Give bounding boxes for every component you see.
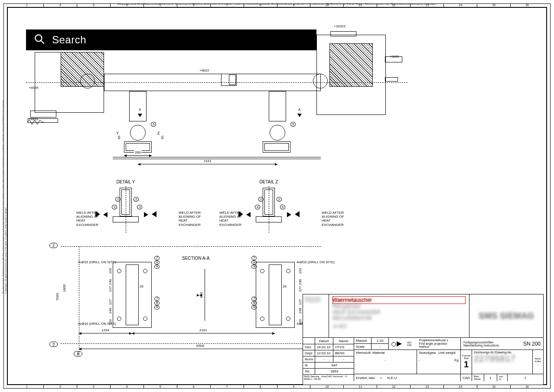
ruler-cell-9: 9 — [277, 385, 311, 389]
detail-y-note-left: WELD AFTER ALIGNING OF HEAT EXCHANGER — [76, 211, 107, 227]
dim-7000: 7000 — [55, 293, 59, 301]
ruler-cell-14: 14 — [444, 385, 477, 389]
tb-footer: SMS Siemag · AutoCAD Vordruck · V-6355-1… — [304, 375, 353, 381]
ruler-cell-2: 2 — [44, 385, 77, 389]
detail-z-note-right: WELD AFTER ALIGNING OF HEAT EXCHANGER — [322, 211, 352, 227]
hole-note-tl: 4xØ16 (DRILL ON SITE) — [78, 260, 116, 264]
detail-y-title: DETAIL Y — [78, 180, 173, 184]
hdr-name: Name — [333, 338, 354, 344]
ruler-cell-15: 15 — [477, 3, 511, 7]
title-subcode: 15-A03 — [332, 324, 466, 329]
balloon-5-l: 5 — [151, 122, 156, 127]
ruler-cell-10: 10 — [310, 385, 344, 389]
section-mark-a-left: A — [139, 108, 141, 111]
dim-81-r: 81 — [160, 135, 164, 139]
ruler-cell-5: 5 — [144, 3, 177, 7]
ruler-cell-1: 1 — [10, 3, 44, 7]
hole-note-tr: 4xØ16 (DRILL ON SITE) — [297, 260, 335, 264]
section-a-a: SECTION A-A 2 3 B 4xØ16 (DRILL ON SITE) … — [52, 243, 329, 351]
detail-z-title: DETAIL Z — [221, 180, 316, 184]
ruler-cell-11: 11 — [344, 385, 377, 389]
title-block: Benennung Designation Waermetauscher Rec… — [303, 294, 544, 385]
ruler-cell-3: 3 — [77, 3, 111, 7]
ruler-cell-5: 5 — [144, 385, 177, 389]
detail-y-note-right: WELD AFTER ALIGNING OF HEAT EXCHANGER — [179, 211, 209, 227]
company-logo: SMS SIEMAG — [479, 311, 534, 321]
ruler-cell-14: 14 — [444, 3, 477, 7]
title-caps1: HEAT EXCHANGER — [332, 309, 466, 315]
ruler-cell-7: 7 — [211, 3, 244, 7]
detail-z-note-left: WELD AFTER ALIGNING OF HEAT EXCHANGER — [219, 211, 250, 227]
ruler-cell-8: 8 — [244, 385, 277, 389]
grid-b: B — [74, 351, 82, 356]
title-redbox — [332, 296, 466, 304]
ruler-cell-16: 16 — [511, 385, 544, 389]
ruler-cell-2: 2 — [44, 3, 77, 7]
dim-2161-top: 2161 — [203, 159, 212, 163]
dim-2161: 2161 — [199, 328, 208, 332]
detail-mark-z: Z — [157, 131, 160, 135]
hdr-datum: Datum — [315, 338, 333, 344]
ruler-cell-16: 16 — [511, 3, 544, 7]
elev-9355: +9355 — [29, 86, 38, 90]
ruler-cell-12: 12 — [377, 3, 411, 7]
ruler-top: 12345678910111213141516 — [10, 3, 544, 7]
elev-9622: +9622 — [199, 69, 209, 72]
ruler-cell-7: 7 — [211, 385, 244, 389]
drawing-number: 22795817 — [474, 354, 531, 364]
section-title: SECTION A-A — [182, 256, 209, 261]
ruler-cell-15: 15 — [477, 385, 511, 389]
dim-6500: 6500 — [196, 344, 205, 348]
dim-280: 280 — [134, 150, 141, 154]
title-en1: Recuperator — [332, 303, 466, 309]
detail-mark-y: Y — [116, 131, 119, 135]
ruler-cell-4: 4 — [111, 3, 144, 7]
section-mark-a-right: A — [298, 108, 300, 111]
ruler-cell-13: 13 — [411, 385, 444, 389]
main-elevation-view: A A Y Z +9355 +8922 +9622 +10322 +9889 8… — [30, 35, 386, 169]
ruler-cell-12: 12 — [377, 385, 411, 389]
ruler-cell-4: 4 — [111, 385, 144, 389]
dim-1244: 1244 — [101, 328, 110, 332]
title-caps2: RECUPERATOR — [332, 315, 466, 321]
ruler-cell-8: 8 — [244, 3, 277, 7]
ruler-cell-1: 1 — [10, 385, 44, 389]
grid-3: 3 — [49, 342, 58, 347]
ruler-cell-10: 10 — [310, 3, 344, 7]
grid-2: 2 — [49, 243, 58, 248]
ruler-cell-11: 11 — [344, 3, 377, 7]
ruler-cell-6: 6 — [177, 385, 211, 389]
tb-designation-label: Benennung Designation — [305, 296, 327, 302]
elev-10322: +10322 — [334, 24, 345, 28]
dim-600: 600 — [199, 292, 203, 298]
ruler-cell-13: 13 — [411, 3, 444, 7]
elev-9889: +9889 — [389, 55, 399, 59]
elev-8922: +8922 — [29, 117, 38, 121]
ruler-cell-6: 6 — [177, 3, 211, 7]
side-disclaimer: The reproduction, distribution and utili… — [2, 98, 7, 294]
ruler-bottom: 12345678910111213141516 — [10, 385, 544, 389]
dim-1800: 1800 — [62, 284, 66, 292]
ruler-cell-9: 9 — [277, 3, 311, 7]
balloon-5-r: 5 — [290, 122, 296, 127]
sn-200: SN 200 — [523, 341, 541, 347]
format-size: 1 — [464, 359, 469, 369]
dim-81-l: 81 — [117, 135, 121, 139]
ruler-cell-3: 3 — [77, 385, 111, 389]
projection-symbol-icon — [391, 341, 404, 346]
